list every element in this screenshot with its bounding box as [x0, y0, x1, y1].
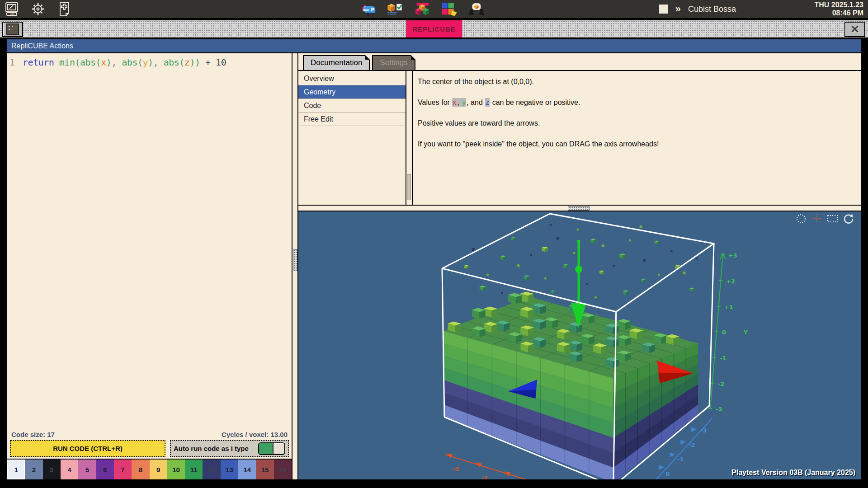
y-tick-label: 0 — [722, 329, 726, 336]
palette-swatch-2[interactable]: 2 — [25, 460, 42, 479]
version-label: Playtest Version 03B (January 2025) — [731, 469, 855, 477]
reset-rotation-icon[interactable] — [843, 213, 854, 225]
doc-segment: , — [457, 98, 462, 107]
color-palette: 12345678910111213141516 — [7, 459, 292, 479]
docs-divider[interactable] — [406, 71, 413, 205]
palette-swatch-7[interactable]: 7 — [114, 460, 132, 479]
swatch-number: 10 — [172, 466, 180, 474]
tab-settings[interactable]: Settings — [372, 55, 415, 70]
replicube-tab[interactable]: REPLICUBE — [406, 20, 462, 38]
palette-swatch-6[interactable]: 6 — [96, 460, 114, 479]
code-token: z — [184, 57, 190, 68]
swatch-number: 15 — [261, 466, 269, 474]
replicube-window: REPLICUBE ✕ RepliCUBE Actions 1 return m… — [0, 20, 868, 488]
swatch-number: 13 — [226, 466, 233, 474]
splitter-grip[interactable] — [293, 249, 297, 271]
docs-nav-code[interactable]: Code — [298, 99, 406, 113]
y-ruler: +3 +2 +1 0 -1 -2 -3 Y — [708, 252, 748, 413]
time-label: 08:46 PM — [814, 9, 863, 17]
swatch-number: 2 — [32, 466, 36, 474]
window-frame: RepliCUBE Actions 1 return min(abs(x), a… — [6, 38, 862, 480]
docs-nav-free-edit[interactable]: Free Edit — [298, 113, 406, 126]
swatch-number: 1 — [14, 466, 18, 474]
window-titlebar[interactable]: REPLICUBE ✕ — [0, 20, 868, 38]
splitter-grip[interactable] — [568, 206, 590, 211]
code-line: return min(abs(x), abs(y), abs(z)) + 10 — [23, 57, 226, 68]
cycles-label: Cycles / voxel: 13.00 — [222, 431, 288, 438]
palette-swatch-3[interactable]: 3 — [43, 460, 61, 479]
docs-nav-geometry[interactable]: Geometry — [298, 85, 406, 99]
toggle-knob — [273, 443, 284, 454]
cubes-icon[interactable] — [414, 1, 430, 17]
y-tick-label: +3 — [728, 252, 737, 259]
y-tick-label: +1 — [724, 304, 733, 310]
orbit-icon[interactable] — [795, 213, 807, 225]
task-check-icon[interactable] — [387, 1, 403, 17]
tab-documentation[interactable]: Documentation — [303, 55, 370, 70]
z-tick-label: 0 — [665, 470, 670, 477]
palette-swatch-14[interactable]: 14 — [238, 460, 256, 479]
gear-icon[interactable] — [30, 1, 46, 17]
close-button[interactable]: ✕ — [844, 22, 865, 37]
palette-swatch-5[interactable]: 5 — [78, 460, 96, 479]
autorun-toggle[interactable] — [258, 442, 285, 455]
axes-icon[interactable] — [811, 213, 823, 225]
window-header: RepliCUBE Actions — [7, 39, 861, 53]
doc-segment: x — [452, 98, 457, 107]
docs-text: The center of the object is at (0,0,0).V… — [413, 71, 861, 205]
palette-swatch-15[interactable]: 15 — [256, 460, 274, 479]
code-editor[interactable]: 1 return min(abs(x), abs(y), abs(z)) + 1… — [7, 53, 292, 428]
code-token: , — [111, 57, 122, 68]
horizontal-splitter[interactable] — [298, 205, 861, 211]
svg-text:P: P — [371, 7, 374, 13]
y-tick-label: +2 — [726, 278, 735, 285]
screen: P — [0, 0, 868, 488]
next-track-icon[interactable]: » — [675, 5, 681, 14]
mailbox-icon[interactable]: P — [360, 1, 376, 17]
palette-swatch-9[interactable]: 9 — [150, 460, 167, 479]
code-token: min(abs( — [59, 57, 101, 68]
new-file-icon[interactable] — [56, 1, 72, 17]
run-code-button[interactable]: RUN CODE (CTRL+R) — [10, 440, 165, 457]
stop-icon[interactable] — [659, 5, 668, 14]
palette-swatch-12[interactable]: 12 — [203, 460, 220, 479]
window-menu-button[interactable] — [2, 22, 23, 37]
palette-swatch-1[interactable]: 1 — [7, 460, 25, 479]
code-token: abs( — [164, 57, 184, 68]
palette-swatch-4[interactable]: 4 — [61, 460, 78, 479]
palette-swatch-8[interactable]: 8 — [132, 460, 149, 479]
y-tick-label: -2 — [718, 380, 724, 387]
swatch-number: 9 — [156, 466, 160, 474]
palette-swatch-11[interactable]: 11 — [185, 460, 203, 479]
doc-paragraph: Positive values are toward the arrows. — [417, 119, 854, 127]
z-tick-label: -2 — [689, 441, 695, 448]
swatch-number: 6 — [103, 466, 107, 474]
track-title: Cubist Bossa — [688, 5, 736, 14]
computer-icon[interactable] — [4, 1, 20, 17]
doc-segment: Positive values are toward the arrows. — [417, 119, 540, 127]
docs-nav-overview[interactable]: Overview — [298, 72, 406, 85]
voxel-viewport[interactable]: +3 +2 +1 0 -1 -2 -3 Y — [298, 211, 861, 479]
palette-swatch-10[interactable]: 10 — [167, 460, 185, 479]
docs-panel: Documentation Settings OverviewGeometryC… — [298, 53, 861, 205]
palette-grid-icon[interactable] — [441, 1, 458, 17]
y-tick-label: -3 — [716, 406, 722, 413]
doc-paragraph: If you want to "peek inside" the object,… — [417, 140, 854, 148]
code-token: ) — [148, 57, 153, 68]
line-number: 1 — [9, 57, 15, 68]
palette-swatch-16[interactable]: 16 — [274, 460, 292, 479]
vertical-splitter[interactable] — [292, 53, 298, 479]
y-axis-name: Y — [743, 329, 748, 336]
doc-segment: z — [485, 98, 490, 107]
chat-cube-icon[interactable] — [468, 1, 485, 17]
swatch-number: 11 — [190, 466, 198, 474]
swatch-number: 7 — [121, 466, 124, 474]
clock: THU 2025.1.23 08:46 PM — [814, 1, 863, 17]
autorun-group: Auto run code as I type — [170, 440, 289, 457]
scrollbar-thumb[interactable] — [407, 174, 410, 200]
swatch-number: 5 — [85, 466, 89, 474]
docs-nav: OverviewGeometryCodeFree Edit — [298, 71, 406, 205]
bounds-icon[interactable] — [827, 213, 839, 225]
palette-swatch-13[interactable]: 13 — [221, 460, 238, 479]
z-tick-label: -1 — [677, 456, 684, 463]
